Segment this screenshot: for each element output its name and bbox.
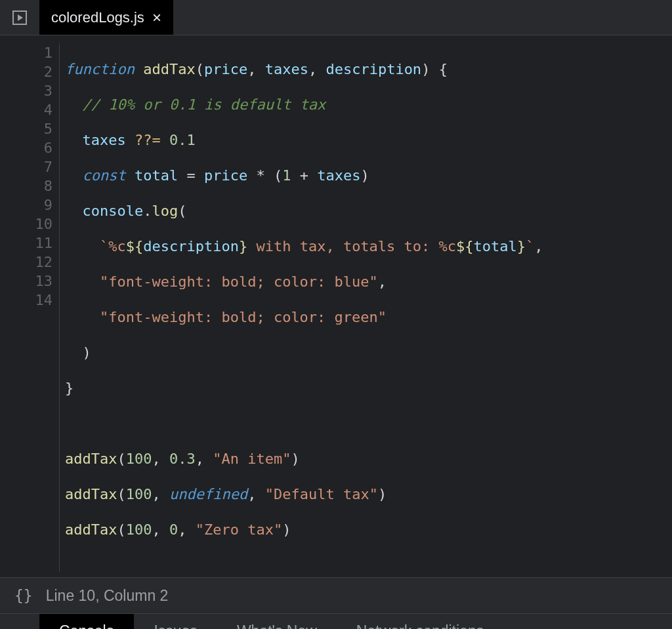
devtools-tabbar: ⋮ Console Issues What's New Network cond… (0, 614, 672, 629)
svg-marker-1 (18, 14, 23, 21)
play-toggle-icon[interactable] (0, 10, 39, 26)
tab-network[interactable]: Network conditions (337, 614, 503, 629)
tab-whatsnew[interactable]: What's New (217, 614, 337, 629)
editor-tabbar: coloredLogs.js × (0, 0, 672, 35)
braces-icon[interactable]: {} (14, 587, 33, 604)
close-icon[interactable]: × (152, 10, 161, 26)
source-code: function addTax(price, taxes, descriptio… (59, 43, 543, 572)
line-gutter: 1234567891011121314 (0, 43, 59, 572)
file-tab[interactable]: coloredLogs.js × (39, 0, 173, 35)
source-editor[interactable]: 1234567891011121314 function addTax(pric… (0, 35, 672, 577)
tab-issues[interactable]: Issues (134, 614, 217, 629)
file-tab-label: coloredLogs.js (51, 9, 144, 26)
tab-console[interactable]: Console (39, 614, 134, 629)
kebab-menu-icon[interactable]: ⋮ (10, 612, 30, 630)
cursor-position: Line 10, Column 2 (46, 587, 169, 605)
editor-status-bar: {} Line 10, Column 2 (0, 577, 672, 614)
